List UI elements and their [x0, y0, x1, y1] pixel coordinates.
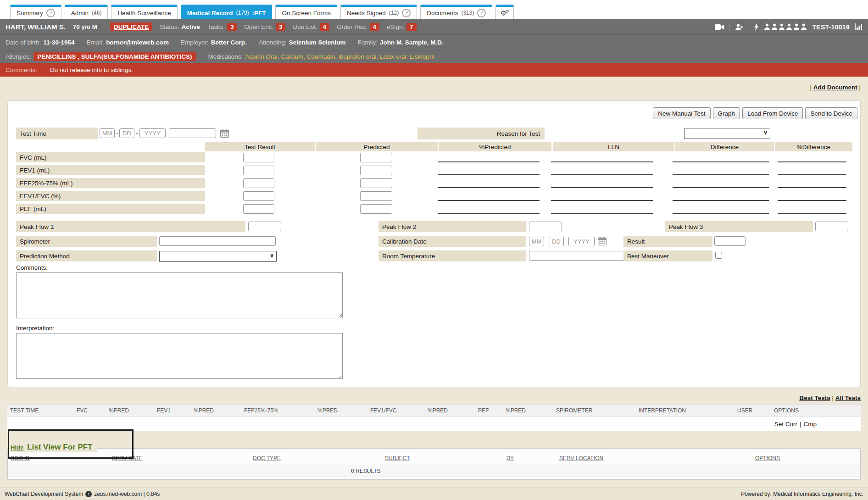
family-field: Family: John M. Sample, M.D. — [357, 39, 443, 46]
cmp-link[interactable]: Cmp — [803, 421, 817, 428]
medication-link[interactable]: Coumadin — [307, 53, 339, 60]
pft-entry-panel: New Manual Test Graph Load From Device S… — [7, 100, 861, 387]
test-time-time-input[interactable] — [169, 128, 216, 138]
dob-field: Date of birth: 11-30-1954 — [6, 39, 75, 46]
lightning-icon[interactable] — [754, 23, 759, 31]
fef-lln-line — [551, 187, 653, 188]
medication-link[interactable]: Calcium — [281, 53, 306, 60]
medication-link[interactable]: ibuprofen oral — [339, 53, 380, 60]
duplicate-badge[interactable]: DUPLICATE — [110, 22, 152, 31]
reason-for-test-select[interactable] — [684, 128, 770, 139]
video-camera-icon[interactable] — [715, 24, 724, 30]
allergies-field: Allergies: PENICILLINS , SULFA(SULFONAMI… — [6, 52, 196, 61]
best-maneuver-checkbox[interactable] — [715, 252, 722, 259]
spirometer-input[interactable] — [159, 236, 276, 246]
all-tests-link[interactable]: All Tests — [835, 394, 861, 401]
test-time-day-input[interactable] — [119, 128, 134, 138]
bar-chart-icon[interactable] — [855, 23, 862, 30]
tab-on-screen-forms[interactable]: On Screen Forms — [275, 5, 337, 19]
divider — [749, 23, 749, 31]
popout-icon[interactable]: ↗ — [402, 9, 411, 17]
open-enc-field: Open Enc: 3 — [244, 23, 285, 31]
medication-link[interactable]: Lasix oral — [380, 53, 410, 60]
graph-button[interactable]: Graph — [713, 107, 740, 119]
doc-col-doc-id[interactable]: DOC ID — [11, 455, 30, 461]
prediction-method-select[interactable] — [159, 251, 277, 262]
tab-health-surveillance[interactable]: Health Surveillance — [111, 5, 177, 19]
due-list-count-badge[interactable]: 4 — [320, 23, 329, 31]
tab-medical-record[interactable]: Medical Record (179):PFT — [181, 5, 273, 19]
row-label-fev1-fvc: FEV1/FVC (%) — [16, 191, 205, 201]
doc-col-subject[interactable]: SUBJECT — [385, 455, 410, 461]
fvc-predicted-input[interactable] — [360, 153, 392, 162]
popout-icon[interactable]: ↗ — [46, 9, 55, 17]
tab-label: Medical Record — [187, 10, 233, 17]
tab-summary[interactable]: Summary ↗ — [10, 5, 61, 19]
result-input[interactable] — [714, 236, 746, 246]
order-req-field: Order Req: 4 — [337, 23, 379, 31]
tab-admin[interactable]: Admin (46) — [65, 5, 108, 19]
test-time-year-input[interactable] — [139, 128, 166, 138]
doc-col-serv-date[interactable]: SERV DATE — [112, 455, 143, 461]
peak-flow-3-input[interactable] — [815, 222, 848, 231]
fef-test-result-input[interactable] — [243, 178, 274, 188]
room-temperature-label: Room Temperature — [378, 250, 526, 261]
allergies-badge[interactable]: PENICILLINS , SULFA(SULFONAMIDE ANTIBIOT… — [33, 52, 196, 61]
doc-col-by[interactable]: BY — [506, 455, 514, 461]
esign-count-badge[interactable]: 7 — [406, 23, 416, 31]
fev1-fvc-predicted-input[interactable] — [360, 191, 392, 201]
add-person-icon[interactable] — [735, 23, 744, 31]
row-label-fef: FEF25%-75% (mL) — [16, 178, 205, 188]
patient-group-icons[interactable] — [764, 23, 807, 30]
employer-field: Employer: Better Corp. — [181, 39, 247, 46]
calibration-day-input[interactable] — [549, 237, 564, 246]
peak-flow-1-input[interactable] — [248, 222, 281, 231]
load-from-device-button[interactable]: Load From Device — [742, 107, 803, 119]
popout-icon[interactable]: ↗ — [477, 9, 486, 17]
email-field: Email: horner@mieweb.com — [87, 39, 169, 46]
tab-bar: Summary ↗ Admin (46) Health Surveillance… — [0, 0, 868, 19]
fev1-predicted-input[interactable] — [360, 166, 392, 175]
set-curr-link[interactable]: Set Curr — [774, 421, 797, 428]
interpretation-textarea[interactable] — [16, 333, 343, 379]
fvc-test-result-input[interactable] — [243, 153, 274, 162]
hide-list-link[interactable]: Hide — [11, 444, 23, 451]
open-enc-count-badge[interactable]: 3 — [276, 23, 285, 31]
comments-text: Do not release info to siblings. — [50, 67, 133, 73]
tab-count: (179) — [236, 10, 249, 16]
calibration-month-input[interactable] — [529, 237, 544, 246]
new-manual-test-button[interactable]: New Manual Test — [653, 107, 710, 119]
best-tests-link[interactable]: Best Tests — [799, 394, 830, 401]
doc-col-options[interactable]: OPTIONS — [755, 455, 780, 461]
tab-suffix: :PFT — [252, 10, 266, 17]
tab-settings[interactable]: ⚙⚙ — [495, 5, 513, 19]
documents-header-row: DOC ID SERV DATE DOC TYPE SUBJECT BY SER… — [8, 449, 860, 465]
col-options: OPTIONS — [774, 407, 799, 414]
order-req-count-badge[interactable]: 4 — [370, 23, 379, 31]
fev1-fvc-test-result-input[interactable] — [243, 191, 274, 201]
tab-documents[interactable]: Documents (313) ↗ — [420, 5, 492, 19]
tab-label: Admin — [71, 10, 89, 17]
tab-needs-signed[interactable]: Needs Signed (12) ↗ — [340, 5, 417, 19]
peak-flow-2-input[interactable] — [529, 222, 562, 231]
form-comments-textarea[interactable] — [16, 272, 343, 318]
column-header-pct-predicted: %Predicted — [439, 142, 551, 151]
calibration-year-input[interactable] — [568, 237, 595, 246]
test-time-calendar-icon[interactable] — [220, 129, 229, 138]
calibration-calendar-icon[interactable] — [598, 237, 606, 245]
fev1-test-result-input[interactable] — [243, 166, 274, 175]
test-time-month-input[interactable] — [100, 128, 115, 138]
pef-test-result-input[interactable] — [243, 204, 274, 214]
doc-col-serv-location[interactable]: SERV LOCATION — [559, 455, 603, 461]
pef-predicted-input[interactable] — [360, 204, 392, 214]
add-document-link[interactable]: Add Document — [813, 84, 857, 91]
doc-col-doc-type[interactable]: DOC TYPE — [253, 455, 281, 461]
row-label-fvc: FVC (mL) — [16, 152, 205, 162]
fef-predicted-input[interactable] — [360, 178, 392, 188]
medication-link[interactable]: Lisinopril — [410, 53, 434, 60]
info-icon[interactable]: i — [85, 491, 92, 497]
send-to-device-button[interactable]: Send to Device — [805, 107, 857, 119]
interpretation-label: Interpretation: — [16, 325, 54, 332]
tasks-count-badge[interactable]: 3 — [227, 23, 237, 31]
medication-link[interactable]: Aspirin Oral — [245, 53, 281, 60]
